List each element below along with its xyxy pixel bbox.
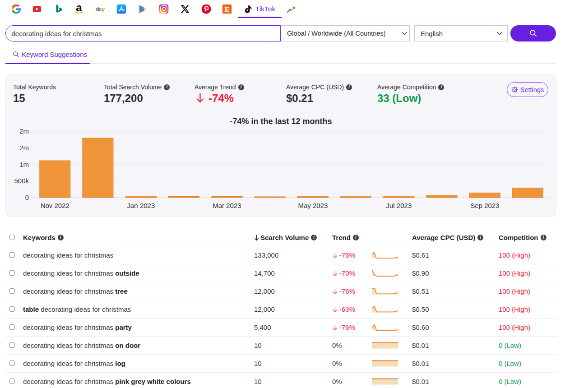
svg-text:Nov 2022: Nov 2022: [41, 202, 69, 209]
svg-text:Jan 2023: Jan 2023: [127, 202, 155, 209]
svg-text:E: E: [225, 5, 229, 13]
svg-text:Jul 2023: Jul 2023: [386, 202, 412, 209]
svg-text:Sep 2023: Sep 2023: [470, 202, 499, 209]
svg-text:1m: 1m: [19, 161, 29, 168]
svg-text:May 2023: May 2023: [298, 202, 328, 209]
svg-text:500k: 500k: [14, 177, 29, 185]
svg-text:ebay: ebay: [96, 7, 105, 12]
svg-text:Mar 2023: Mar 2023: [213, 202, 241, 209]
svg-text:2m: 2m: [19, 127, 29, 135]
svg-text:0: 0: [25, 194, 29, 201]
svg-text:a: a: [76, 3, 82, 14]
svg-text:2m: 2m: [19, 144, 29, 152]
